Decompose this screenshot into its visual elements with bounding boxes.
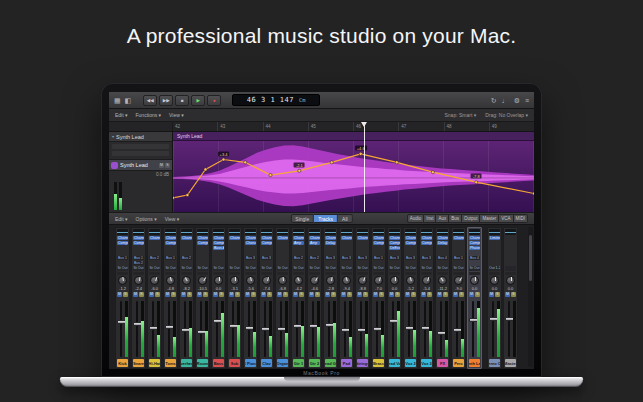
automation-point[interactable] (359, 152, 362, 155)
output-assign[interactable] (505, 266, 516, 271)
insert-slot[interactable]: Compressor (389, 241, 400, 245)
mute-button[interactable]: M (133, 292, 138, 297)
send-slot[interactable]: Bus 1 (453, 256, 464, 260)
mute-button[interactable]: M (489, 292, 494, 297)
view-mode-single[interactable]: Single (290, 214, 314, 223)
channel-name[interactable]: Kick (117, 359, 128, 367)
insert-slot[interactable]: Chorus (245, 241, 256, 245)
pan-knob[interactable] (422, 276, 431, 285)
mute-button[interactable]: M (149, 292, 154, 297)
solo-button[interactable]: S (203, 292, 208, 297)
mute-button[interactable]: M (197, 292, 202, 297)
record-button[interactable]: ● (207, 95, 221, 106)
metronome-button[interactable]: ♩ (502, 92, 509, 109)
insert-slot[interactable]: Channel EQ (453, 236, 464, 240)
channel-strip-vox-2[interactable]: Channel EQCompressorBus 3St Out-5.2MSVox… (403, 227, 418, 369)
pan-knob[interactable] (198, 276, 207, 285)
pan-knob[interactable] (374, 276, 383, 285)
eq-thumbnail[interactable] (213, 229, 224, 235)
channel-strip-organ[interactable]: Channel EQSt Out-6.8MSOrgan (275, 227, 290, 369)
eq-thumbnail[interactable] (505, 229, 516, 235)
insert-slot[interactable]: Channel EQ (373, 236, 384, 240)
channel-name[interactable]: Strings (357, 359, 368, 367)
send-slot[interactable]: Bus 3 (325, 256, 336, 260)
mute-button[interactable]: M (213, 292, 218, 297)
output-assign[interactable]: St Out (421, 266, 432, 271)
output-assign[interactable]: St Out (389, 266, 400, 271)
waveform-region[interactable]: +3.4-2.1+4.6-7.8 (173, 141, 534, 212)
output-assign[interactable]: St Out (117, 266, 128, 271)
output-assign[interactable]: St Out (469, 266, 480, 271)
solo-button[interactable]: S (459, 292, 464, 297)
inspector-icon[interactable]: ◧ (125, 92, 132, 109)
insert-slot[interactable]: Delay (325, 241, 336, 245)
eq-thumbnail[interactable] (469, 229, 480, 235)
eq-thumbnail[interactable] (421, 229, 432, 235)
mute-button[interactable]: M (277, 292, 282, 297)
send-slot[interactable]: Bus 3 (341, 256, 352, 260)
eq-thumbnail[interactable] (489, 229, 500, 235)
mute-button[interactable]: M (245, 292, 250, 297)
solo-button[interactable]: S (283, 292, 288, 297)
insert-slot[interactable]: Channel EQ (245, 236, 256, 240)
insert-slot[interactable]: Channel EQ (133, 236, 144, 240)
output-assign[interactable]: St Out (453, 266, 464, 271)
solo-button[interactable]: S (251, 292, 256, 297)
eq-thumbnail[interactable] (453, 229, 464, 235)
settings-icon[interactable]: ⚙ (514, 92, 520, 109)
automation-point[interactable] (330, 161, 333, 164)
send-slot[interactable]: Bus 2 (181, 256, 192, 260)
pan-knob[interactable] (358, 276, 367, 285)
eq-thumbnail[interactable] (117, 229, 128, 235)
channel-name[interactable]: Lead Vox (389, 359, 400, 367)
solo-button[interactable]: S (511, 292, 516, 297)
pan-knob[interactable] (262, 276, 271, 285)
channel-strip-hi-hat[interactable]: Channel EQBus 2St Out-6.0MSHi-Hat (147, 227, 162, 369)
output-assign[interactable]: Out 1-2 (489, 266, 500, 271)
send-slot[interactable]: Bus 2 (149, 256, 160, 260)
insert-slot[interactable]: Compressor (133, 241, 144, 245)
insert-slot[interactable]: Compressor (469, 241, 480, 245)
pan-knob[interactable] (506, 276, 515, 285)
filter-output[interactable]: Output (462, 214, 481, 223)
output-assign[interactable]: St Out (165, 266, 176, 271)
output-assign[interactable]: St Out (149, 266, 160, 271)
channel-name[interactable]: Stereo Out (489, 359, 500, 367)
channel-name[interactable]: Bass (213, 359, 224, 367)
channel-name[interactable]: Perc (453, 359, 464, 367)
eq-thumbnail[interactable] (245, 229, 256, 235)
solo-button[interactable]: S (443, 292, 448, 297)
channel-name[interactable]: Lead Gtr (325, 359, 336, 367)
mute-button[interactable]: M (505, 292, 510, 297)
channel-strip-clav[interactable]: Channel EQCompressorBus 3St Out-7.4MSCla… (259, 227, 274, 369)
channel-name[interactable]: Sub (229, 359, 240, 367)
eq-thumbnail[interactable] (405, 229, 416, 235)
pan-knob[interactable] (166, 276, 175, 285)
send-slot[interactable]: Bus 3 (405, 256, 416, 260)
mute-button[interactable]: M (181, 292, 186, 297)
insert-slot[interactable]: Compressor (197, 241, 208, 245)
eq-thumbnail[interactable] (277, 229, 288, 235)
channel-name[interactable]: Vox 3 (421, 359, 432, 367)
pan-knob[interactable] (438, 276, 447, 285)
output-assign[interactable]: St Out (373, 266, 384, 271)
rewind-button[interactable]: ◀◀ (143, 95, 157, 106)
filter-inst[interactable]: Inst (424, 214, 436, 223)
eq-thumbnail[interactable] (229, 229, 240, 235)
stop-button[interactable]: ■ (175, 95, 189, 106)
send-slot[interactable]: Bus 3 (389, 256, 400, 260)
pan-knob[interactable] (278, 276, 287, 285)
mute-button[interactable]: M (405, 292, 410, 297)
pan-knob[interactable] (490, 276, 499, 285)
bar-ruler[interactable]: 4243444546474849 (109, 122, 534, 132)
insert-slot[interactable]: Channel EQ (165, 236, 176, 240)
playhead[interactable] (364, 122, 365, 212)
output-assign[interactable]: St Out (293, 266, 304, 271)
solo-button[interactable]: S (187, 292, 192, 297)
insert-slot[interactable]: Channel EQ (293, 236, 304, 240)
insert-slot[interactable]: Channel EQ (149, 236, 160, 240)
insert-slot[interactable]: Channel EQ (197, 236, 208, 240)
automation-point[interactable] (269, 174, 272, 177)
channel-name[interactable]: Snare (133, 359, 144, 367)
solo-button[interactable]: S (395, 292, 400, 297)
